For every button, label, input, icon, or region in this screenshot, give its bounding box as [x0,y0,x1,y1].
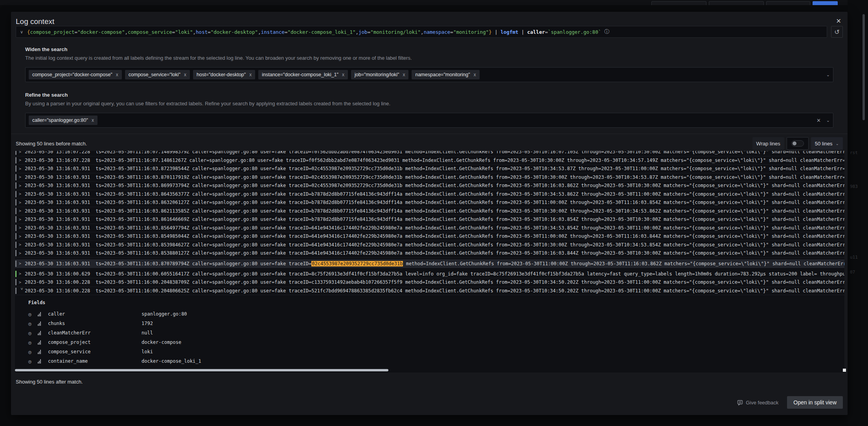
page-scrollbar-thumb[interactable] [862,14,865,120]
label-filter-chip[interactable]: job="monitoring/loki"x [351,70,408,79]
query-preview[interactable]: ∨ {compose_project="docker-compose",comp… [16,26,827,38]
log-timestamp: 2023-05-30 13:16:00.228 [25,279,90,285]
collapse-chevron-icon[interactable]: ∨ [20,29,23,35]
expand-chevron-icon[interactable]: > [19,261,25,266]
modal-footer: Give feedback Open in split view [737,396,843,409]
stats-icon[interactable] [38,321,48,326]
chip-remove-icon[interactable]: x [342,72,344,77]
give-feedback-link[interactable]: Give feedback [737,400,778,406]
eye-icon[interactable]: ◎ [28,311,38,317]
wrap-lines-toggle[interactable] [787,137,809,150]
chevron-down-icon[interactable]: ⌄ [826,72,830,77]
chip-remove-icon[interactable]: x [474,72,476,77]
chip-label: instance="docker-compose_loki_1" [262,72,338,77]
toggle-track[interactable] [791,140,804,147]
log-row[interactable]: >2023-05-30 13:16:03.931ts=2023-05-30T11… [15,207,844,216]
chip-remove-icon[interactable]: x [184,72,186,77]
log-row[interactable]: >2023-05-30 13:16:03.931ts=2023-05-30T11… [15,215,844,224]
clear-icon[interactable]: ✕ [817,118,821,123]
query-token: | [518,29,527,35]
expand-chevron-icon[interactable]: > [19,226,25,230]
chip-remove-icon[interactable]: x [403,72,405,77]
expand-chevron-icon[interactable]: > [19,251,25,255]
label-filter-chip[interactable]: namespace="monitoring"x [412,70,479,79]
query-token: "docker-compose" [77,29,125,35]
expand-chevron-icon[interactable]: > [19,272,25,276]
resize-handle[interactable] [843,369,846,372]
log-row[interactable]: >2023-05-30 13:16:03.931ts=2023-05-30T11… [15,241,844,250]
lines-count-select[interactable]: 50 lines ⌄ [811,137,843,150]
label-filter-chip[interactable]: compose_project="docker-compose"x [29,70,122,79]
toggle-knob[interactable] [793,141,796,145]
stats-icon[interactable] [38,359,48,364]
eye-icon[interactable]: ◎ [28,321,38,327]
expand-chevron-icon[interactable]: > [19,175,25,179]
query-token: = [208,29,211,35]
after-match-label: Showing 50 lines after match. [16,379,83,385]
log-line-text: ts=2023-05-30T11:16:03.869973794Z caller… [96,183,844,188]
expand-chevron-icon[interactable]: > [19,200,25,205]
query-token: "loki" [175,29,193,35]
expand-chevron-icon[interactable]: > [19,158,25,162]
log-row[interactable]: >2023-05-30 13:16:03.931ts=2023-05-30T11… [15,182,844,190]
field-value: docker-compose [142,340,181,345]
log-row[interactable]: >2023-05-30 13:16:03.931ts=2023-05-30T11… [15,198,844,207]
expand-chevron-icon[interactable]: > [19,280,25,285]
chip-remove-icon[interactable]: x [249,72,252,77]
expand-chevron-icon[interactable]: > [19,167,25,171]
log-level-indicator [15,216,17,222]
expand-chevron-icon[interactable]: > [20,288,24,294]
log-row[interactable]: >2023-05-30 13:16:03.931ts=2023-05-30T11… [15,165,844,173]
revert-query-button[interactable]: ↺ [831,26,843,38]
expand-chevron-icon[interactable]: > [19,242,25,247]
field-value: loki [142,349,153,354]
chevron-down-icon[interactable]: ⌄ [826,118,830,123]
label-filter-chip[interactable]: caller="spanlogger.go:80"x [29,116,97,125]
log-row[interactable]: >2023-05-30 13:16:03.931ts=2023-05-30T11… [15,224,844,233]
label-filter-chip[interactable]: compose_service="loki"x [125,70,190,79]
refine-label-select[interactable]: caller="spanlogger.go:80"x ✕ ⌄ [25,113,833,128]
expand-chevron-icon[interactable]: > [19,234,25,239]
log-row[interactable]: >2023-05-30 13:16:00.629ts=2023-05-30T11… [15,270,844,279]
expand-chevron-icon[interactable]: > [19,192,25,196]
label-filter-chip[interactable]: instance="docker-compose_loki_1"x [258,70,348,79]
log-row[interactable]: >2023-05-30 13:16:03.931ts=2023-05-30T11… [15,190,844,199]
stats-icon[interactable] [38,312,48,316]
eye-icon[interactable]: ◎ [28,358,38,364]
log-row[interactable]: >2023-05-30 13:16:07.228ts=2023-05-30T11… [15,151,844,156]
stats-icon[interactable] [38,340,48,345]
log-row[interactable]: >2023-05-30 13:16:00.228ts=2023-05-30T11… [15,278,844,287]
label-filter-chip[interactable]: host="docker-desktop"x [193,70,255,79]
stats-icon[interactable] [38,331,48,335]
expand-chevron-icon[interactable]: > [19,184,25,188]
log-line-text: ts=2023-05-30T11:16:03.861646669Z caller… [96,217,844,222]
query-token: , [193,29,196,35]
log-line-text: ts=2023-05-30T11:16:07.148998379Z caller… [96,151,844,154]
match-post-text: method=IndexClient.GetChunkRefs from=202… [403,261,844,266]
eye-icon[interactable]: ◎ [28,340,38,345]
log-level-indicator [15,191,17,197]
query-token: , [356,29,359,35]
matched-log-row[interactable]: > 2023-05-30 13:16:03.931 ts=2023-05-30T… [15,259,844,268]
widen-label-select[interactable]: compose_project="docker-compose"xcompose… [25,67,833,82]
log-line-text: ts=2023-05-30T11:16:03.856497794Z caller… [96,225,844,231]
log-row[interactable]: >2023-05-30 13:16:00.228ts=2023-05-30T11… [15,287,844,296]
close-icon[interactable]: ✕ [836,17,841,25]
stats-icon[interactable] [38,350,48,354]
chip-remove-icon[interactable]: x [116,72,118,77]
horizontal-scrollbar-thumb[interactable] [15,369,388,371]
eye-icon[interactable]: ◎ [28,349,38,355]
open-split-view-button[interactable]: Open in split view [787,396,843,409]
log-row[interactable]: >2023-05-30 13:16:07.228ts=2023-05-30T11… [15,156,844,165]
expand-chevron-icon[interactable]: > [19,151,25,154]
comment-icon [737,400,743,406]
eye-icon[interactable]: ◎ [28,330,38,336]
log-row[interactable]: >2023-05-30 13:16:03.931ts=2023-05-30T11… [15,232,844,241]
log-row[interactable]: >2023-05-30 13:16:03.931ts=2023-05-30T11… [15,173,844,182]
expand-chevron-icon[interactable]: > [19,209,25,213]
query-token: | [492,29,501,35]
log-level-indicator [15,174,17,180]
chip-remove-icon[interactable]: x [92,118,94,123]
expand-chevron-icon[interactable]: > [19,217,25,222]
log-row[interactable]: >2023-05-30 13:16:03.931ts=2023-05-30T11… [15,249,844,258]
